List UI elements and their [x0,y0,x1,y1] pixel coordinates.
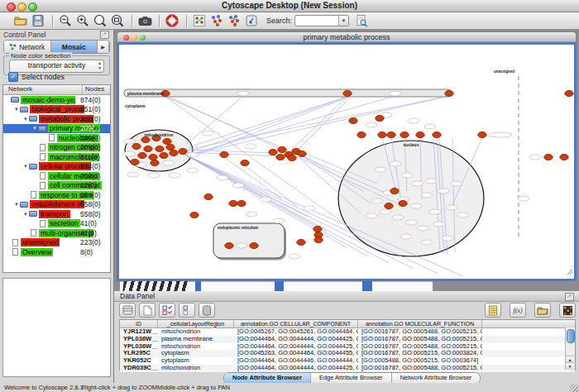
network-node[interactable] [220,151,228,157]
birdseye-overview-panel[interactable] [2,278,111,377]
network-tree-row[interactable]: unassigned223(0) [3,238,110,248]
network-node[interactable] [560,154,568,160]
network-node[interactable] [225,242,233,248]
node-label-oval[interactable] [246,212,257,217]
node-label-oval[interactable] [237,91,249,96]
table-cell[interactable]: [GO:0016787, GO:0005488, GO:0005215, G..… [358,328,482,336]
network-node[interactable] [241,160,249,165]
open-file-icon[interactable] [13,14,28,28]
node-label-oval[interactable] [148,173,160,178]
network-edge[interactable] [186,96,243,145]
zoom-in-icon[interactable] [75,14,90,28]
network-node[interactable] [385,203,393,208]
node-label-oval[interactable] [405,220,417,225]
import-attributes-icon[interactable] [534,303,551,318]
node-label-oval[interactable] [390,91,401,96]
network-tree-row[interactable]: ▼transport558(0) [3,209,110,219]
unselect-attributes-icon[interactable] [179,303,195,318]
help-ring-icon[interactable] [165,14,179,28]
node-label-oval[interactable] [424,124,436,129]
expand-arrow-icon[interactable]: ▼ [22,164,29,169]
node-label-oval[interactable] [442,236,453,241]
table-row[interactable]: YPL036W__1mitochondrion[GO:0044464, GO:0… [120,343,575,351]
zoom-selected-icon[interactable] [93,14,108,28]
network-edge[interactable] [195,97,349,155]
node-label-oval[interactable] [375,167,386,172]
background-windows-strip[interactable] [117,281,577,291]
network-view-1-icon[interactable] [209,14,224,28]
network-tree-row[interactable]: mosaic-demo-yeast874(0) [3,95,110,105]
node-label-oval[interactable] [304,206,315,211]
node-label-oval[interactable] [187,168,199,173]
table-cell[interactable]: [GO:0016787, GO:0005488, GO:0005215, G..… [358,343,482,351]
network-tree-row[interactable]: secretion41(0) [3,219,110,229]
network-tree-row[interactable]: Overview8(0) [3,247,110,257]
table-cell[interactable]: cytoplasm [158,357,234,365]
network-canvas[interactable]: plasma membranecytoplasmmitochondrionnuc… [117,42,577,281]
network-edge[interactable] [165,97,389,194]
scrollbar-thumb[interactable] [567,329,575,343]
node-label-oval[interactable] [417,226,428,231]
node-label-oval[interactable] [245,144,256,149]
network-node[interactable] [149,154,157,160]
delete-attribute-icon[interactable] [199,303,215,318]
node-label-oval[interactable] [232,183,244,188]
network-node[interactable] [156,146,164,151]
tab-overflow-arrow-icon[interactable]: ▶ [98,41,109,53]
node-label-oval[interactable] [457,213,469,218]
zoom-fit-icon[interactable] [110,14,125,28]
network-node[interactable] [288,155,296,160]
table-cell[interactable]: plasma membrane [158,336,234,343]
network-tree-row[interactable]: macromolecule311(0) [3,152,110,162]
table-row[interactable]: YJR121W__1mitochondrion[GO:0045267, GO:0… [120,328,575,336]
network-node[interactable] [387,131,395,137]
node-label-oval[interactable] [236,243,247,248]
network-node[interactable] [565,90,573,96]
table-cell[interactable]: [GO:0045267, GO:0045261, GO:0044464, G..… [234,328,358,336]
network-node[interactable] [132,143,141,149]
network-tree-row[interactable]: ▼cellular process614(0) [3,162,110,172]
table-cell[interactable]: [GO:0044464, GO:0044444, GO:0044425, G..… [234,343,358,351]
network-node[interactable] [190,212,199,218]
select-nodes-checkbox[interactable]: ✓ [8,72,18,82]
table-cell[interactable]: [GO:0005488, GO:0005215, GO:0003674] [358,357,482,365]
node-label-oval[interactable] [529,155,541,160]
table-cell[interactable]: YJR121W__1 [120,328,158,336]
node-label-oval[interactable] [446,205,457,210]
table-row[interactable]: YKR052Ccytoplasm[GO:0044464, GO:0044446,… [120,357,575,365]
node-label-oval[interactable] [429,209,441,214]
network-node[interactable] [313,226,322,232]
table-cell[interactable]: YDR039C__1 [120,365,158,372]
table-row[interactable]: YPL036W__2plasma membrane[GO:0044464, GO… [120,336,575,343]
network-node[interactable] [298,151,306,156]
network-node[interactable] [297,239,305,245]
search-dropdown-arrow-icon[interactable]: ▼ [338,16,348,26]
table-row[interactable]: YDR039C__1mitochondrion[GO:0044464, GO:0… [120,365,575,372]
tab-mosaic[interactable]: Mosaic [51,41,98,53]
network-tree-row[interactable]: ▼primary metabo209(... [3,124,110,134]
annotation-icon[interactable] [485,303,501,318]
network-node[interactable] [343,90,352,96]
network-tree-row[interactable]: nucleobase-209(0) [3,133,110,143]
node-label-oval[interactable] [401,173,413,178]
network-node[interactable] [357,131,366,137]
search-input[interactable]: ▼ [294,15,349,26]
table-cell[interactable]: [GO:0044464, GO:0044444, GO:0044425, G..… [234,336,358,343]
table-cell[interactable]: [GO:0044464, GO:0044444, GO:0044425, G..… [234,365,358,372]
node-label-oval[interactable] [392,215,404,220]
node-label-oval[interactable] [371,198,383,203]
data-panel-float-icon[interactable]: ↗ [565,293,574,301]
table-cell[interactable]: mitochondrion [158,365,234,372]
network-node[interactable] [204,194,213,199]
node-label-oval[interactable] [421,240,433,245]
select-attributes-icon[interactable] [159,303,175,318]
node-label-oval[interactable] [273,218,285,223]
column-header[interactable]: ID [120,320,158,327]
network-node[interactable] [349,117,357,123]
search-go-icon[interactable] [354,14,369,28]
network-tree-row[interactable]: ▼metabolic process280(0) [3,114,110,124]
snapshot-icon[interactable] [137,14,152,28]
node-label-oval[interactable] [380,209,391,214]
table-cell[interactable]: cytoplasm [158,350,234,357]
network-node[interactable] [131,159,139,165]
